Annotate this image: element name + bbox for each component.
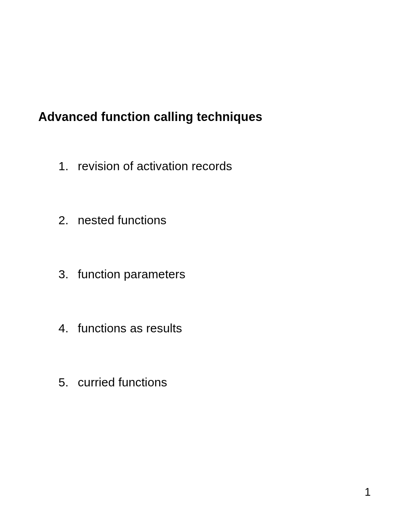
list-item: 4. functions as results	[58, 321, 373, 335]
page-title: Advanced function calling techniques	[38, 110, 373, 124]
list-item: 1. revision of activation records	[58, 159, 373, 173]
page-number: 1	[365, 486, 371, 499]
list-text: functions as results	[78, 321, 182, 335]
list-number: 3.	[58, 267, 78, 281]
list-text: function parameters	[78, 267, 185, 281]
list-item: 2. nested functions	[58, 213, 373, 227]
list-number: 2.	[58, 213, 78, 227]
list-item: 3. function parameters	[58, 267, 373, 281]
list-number: 4.	[58, 321, 78, 335]
document-page: Advanced function calling techniques 1. …	[0, 0, 411, 532]
list-text: curried functions	[78, 376, 167, 389]
list-item: 5. curried functions	[58, 376, 373, 389]
list-text: nested functions	[78, 213, 166, 227]
list-number: 1.	[58, 159, 78, 173]
ordered-list: 1. revision of activation records 2. nes…	[38, 159, 373, 389]
list-number: 5.	[58, 376, 78, 389]
list-text: revision of activation records	[78, 159, 232, 173]
